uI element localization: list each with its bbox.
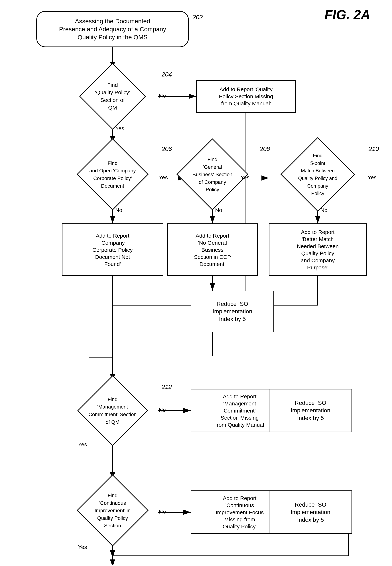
ref-204: 204 [162, 71, 172, 78]
label-d206-yes: Yes [159, 174, 168, 181]
label-d208-yes: Yes [240, 174, 250, 181]
label-d204-yes: Yes [115, 125, 124, 131]
label-d206-no: No [115, 207, 122, 213]
label-cont-yes: Yes [78, 544, 87, 550]
ref-210: 210 [369, 145, 379, 152]
label-d208-no: No [215, 207, 222, 213]
diamond-206: Find and Open 'Company Corporate Policy'… [67, 143, 158, 205]
label-d210-no: No [321, 207, 327, 213]
rect-no-general: Add to Report 'No General Business Secti… [167, 223, 258, 276]
diamond-212: Find 'Management Commitment' Section of … [67, 382, 158, 439]
diamond-cont-imp: Find 'Continuous Improvement' in Quality… [67, 480, 158, 541]
label-d212-yes: Yes [78, 441, 87, 448]
rect-better-match: Add to Report 'Better Match Needed Betwe… [269, 223, 367, 276]
rect-reduce1: Reduce ISO Implementation Index by 5 [191, 291, 274, 332]
figure-title: FIG. 2A [324, 7, 370, 22]
ref-208: 208 [260, 145, 270, 152]
ref-202: 202 [193, 14, 203, 21]
ref-212: 212 [162, 383, 172, 390]
rect-reduce2: Reduce ISO Implementation Index by 5 [269, 389, 352, 432]
rect-reduce3: Reduce ISO Implementation Index by 5 [269, 490, 352, 534]
rect-qp-missing: Add to Report 'Quality Policy Section Mi… [196, 80, 296, 113]
bottom-arrow [108, 558, 117, 565]
diamond-204: Find 'Quality Policy' Section of QM [67, 69, 158, 124]
rect-corp-notfound: Add to Report 'Company Corporate Policy … [62, 223, 163, 276]
label-d210-yes: Yes [368, 174, 377, 181]
label-cont-no: No [159, 509, 166, 515]
label-d204-no: No [159, 93, 166, 99]
start-node: Assessing the Documented Presence and Ad… [36, 11, 189, 47]
diamond-210: Find 5-point Match Between Quality Polic… [269, 143, 367, 205]
label-d212-no: No [159, 407, 166, 413]
